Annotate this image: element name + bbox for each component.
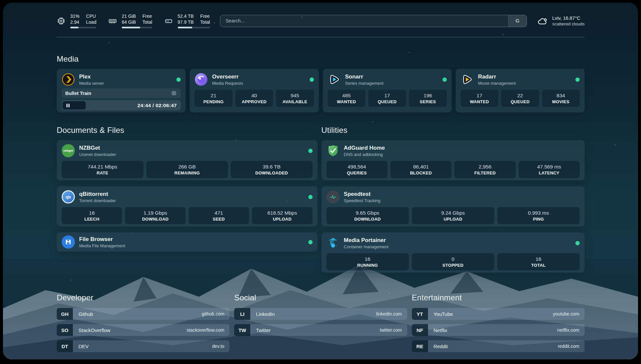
app-subtitle: Media File Management [79, 243, 125, 248]
stat-box: 498,564QUERIES [326, 161, 387, 178]
stat-box: 16LEECH [62, 207, 122, 224]
app-subtitle: Media Requests [212, 81, 243, 86]
nzbget-icon: nzbget [62, 144, 75, 157]
stat-box: 945AVAILABLE [276, 90, 314, 107]
overseerr-card[interactable]: Overseerr Media Requests 21PENDING 40APP… [190, 69, 319, 112]
link-badge: GH [57, 308, 73, 320]
status-dot [575, 241, 580, 245]
stat-box: 618.52 MbpsUPLOAD [252, 207, 312, 224]
link-stackoverflow[interactable]: SO StackOverflow stackoverflow.com [57, 324, 229, 336]
stat-box: 485WANTED [328, 90, 365, 107]
link-url: reddit.com [558, 340, 585, 352]
section-title-developer: Developer [57, 293, 229, 302]
playback-progress-bar[interactable]: 24:44 / 02:06:47 [62, 100, 181, 110]
stat-label: PENDING [203, 99, 224, 104]
stat-label: DOWNLOAD [354, 217, 381, 222]
link-youtube[interactable]: YT YouTube youtube.com [412, 308, 585, 320]
pause-icon[interactable] [66, 104, 70, 107]
stat-box: 266 GBREMAINING [146, 161, 228, 178]
link-twitter[interactable]: TW Twitter twitter.com [234, 324, 407, 336]
nzbget-icon-text: nzbget [64, 149, 73, 152]
app-subtitle: DNS and adblocking [344, 152, 385, 157]
stat-value: 744.21 Mbps [88, 164, 117, 170]
search-input[interactable] [220, 15, 508, 27]
link-badge: YT [412, 308, 428, 320]
stat-value: 21 [211, 93, 216, 99]
stat-label: WANTED [337, 99, 356, 104]
link-badge: DT [57, 340, 73, 352]
adguard-icon [326, 144, 340, 157]
speedtest-card[interactable]: Speedtest Speedtest Tracking 9.65 GbpsDO… [321, 186, 585, 227]
app-name: NZBGet [79, 144, 116, 151]
status-dot [575, 77, 580, 82]
stat-box: 40APPROVED [235, 90, 273, 107]
overseerr-icon [195, 73, 208, 86]
stat-label: BLOCKED [410, 170, 432, 175]
link-name: Twitter [250, 324, 380, 336]
stat-value: 16 [89, 210, 95, 216]
link-github[interactable]: GH Github github.com [57, 308, 229, 320]
stat-box: 16TOTAL [497, 253, 580, 270]
stat-label: UPLOAD [443, 217, 462, 222]
link-netflix[interactable]: NF Netflix netflix.com [412, 324, 585, 336]
stat-label: RATE [97, 170, 108, 175]
link-dev[interactable]: DT DEV dev.to [57, 340, 229, 352]
memory-total-value: 64 GiB [122, 19, 136, 25]
section-title-documents: Documents & Files [57, 126, 318, 135]
cpu-usage-label: CPU [86, 13, 96, 19]
stat-value: 0 [451, 256, 454, 262]
app-subtitle: Movie management [478, 81, 516, 86]
search-engine-button[interactable]: G [508, 15, 527, 27]
playback-progress-fill [63, 101, 86, 109]
stat-box: 471SEED [189, 207, 249, 224]
stat-label: APPROVED [242, 99, 266, 104]
link-linkedin[interactable]: LI LinkedIn linkedin.com [234, 308, 407, 320]
app-name: Plex [79, 73, 104, 80]
link-badge: NF [412, 324, 428, 336]
portainer-card[interactable]: Media Portainer Container management 16R… [321, 232, 585, 273]
stat-box: 39.6 TBDOWNLOADED [231, 161, 313, 178]
section-developer: Developer GH Github github.com SO StackO… [57, 293, 229, 352]
cpu-load-value: 2.94 [70, 19, 79, 25]
header-divider [57, 37, 585, 37]
app-name: Sonarr [345, 73, 383, 80]
playback-time: 24:44 / 02:06:47 [137, 100, 177, 110]
link-reddit[interactable]: RE Reddit reddit.com [412, 340, 585, 352]
stat-label: DOWNLOAD [142, 217, 168, 222]
now-playing-row: Bullet Train [62, 88, 181, 98]
stat-value: 9.24 Gbps [441, 210, 465, 216]
section-title-social: Social [234, 293, 407, 302]
stat-label: STOPPED [443, 263, 464, 268]
stat-value: 9.65 Gbps [356, 210, 380, 216]
stat-box: 1.19 GbpsDOWNLOAD [125, 207, 185, 224]
stat-value: 0.993 ms [528, 210, 549, 216]
radarr-card[interactable]: Radarr Movie management 17WANTED 22QUEUE… [456, 69, 585, 112]
portainer-icon [326, 236, 340, 250]
plex-icon [62, 73, 75, 86]
app-subtitle: Usenet downloader [79, 152, 116, 157]
radarr-icon [461, 73, 474, 86]
nzbget-card[interactable]: nzbget NZBGet Usenet downloader 744.21 M… [57, 140, 318, 180]
status-dot [443, 77, 447, 82]
disk-free-label: Free [200, 13, 210, 19]
link-badge: LI [234, 308, 250, 320]
sonarr-card[interactable]: Sonarr Series management 485WANTED 17QUE… [323, 69, 452, 112]
adguard-card[interactable]: AdGuard Home DNS and adblocking 498,564Q… [321, 140, 585, 180]
app-name: qBittorrent [79, 191, 116, 197]
filebrowser-card[interactable]: File Browser Media File Management [57, 232, 318, 252]
filebrowser-icon [62, 235, 75, 249]
stat-value: 1.19 Gbps [143, 210, 167, 216]
disk-progress-bar [178, 27, 210, 28]
sonarr-icon [328, 73, 341, 86]
link-name: YouTube [428, 308, 553, 320]
link-name: StackOverflow [73, 324, 187, 336]
plex-card[interactable]: Plex Media server Bullet Train [57, 69, 186, 112]
stat-label: FILTERED [474, 170, 496, 175]
section-social: Social LI LinkedIn linkedin.com TW Twitt… [234, 293, 407, 352]
stat-value: 834 [557, 93, 565, 99]
stat-label: LATENCY [539, 170, 560, 175]
app-name: Speedtest [344, 191, 381, 197]
qbittorrent-card[interactable]: qb qBittorrent Torrent downloader 16LEEC… [57, 186, 318, 227]
app-name: Overseerr [212, 73, 243, 80]
link-url: youtube.com [553, 308, 585, 320]
